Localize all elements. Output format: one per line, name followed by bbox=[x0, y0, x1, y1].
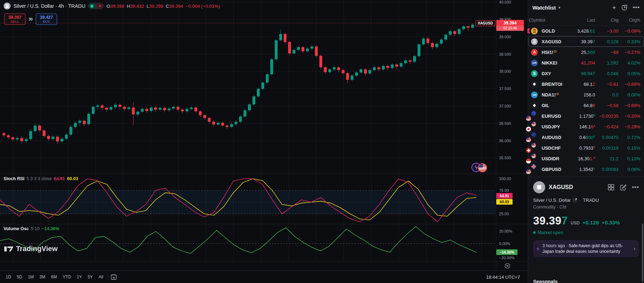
symbol-name: OIL bbox=[542, 103, 567, 108]
chg-value: 0.046 bbox=[595, 71, 618, 76]
chg-value: −0.424 bbox=[595, 124, 618, 129]
price-axis-label: 35.500 bbox=[499, 156, 511, 160]
range-YTD[interactable]: YTD bbox=[60, 273, 74, 281]
metal-icon bbox=[531, 38, 538, 45]
chgpct-value: 0.00% bbox=[618, 92, 640, 98]
performance-pie-icon[interactable] bbox=[621, 5, 627, 11]
approx-icon[interactable]: ≈ bbox=[96, 3, 104, 9]
watchlist-row-BRENTOI[interactable]: BRENTOI68.12−0.61−0.89% bbox=[528, 79, 644, 89]
session-clock[interactable]: 18:44:14 UTC+7 bbox=[486, 274, 520, 280]
buy-button[interactable]: 39.427 BUY bbox=[36, 13, 57, 25]
range-1M[interactable]: 1M bbox=[25, 273, 37, 281]
current-price-tag: 39.394 02:15:46 bbox=[496, 20, 524, 31]
range-3M[interactable]: 3M bbox=[36, 273, 48, 281]
ohlc-C: C39.394 bbox=[166, 4, 183, 9]
last-value: 156.0 bbox=[567, 92, 595, 98]
col-symbol[interactable]: Symbol bbox=[531, 18, 567, 23]
chart-section: 40.00039.50039.00038.50038.00037.50037.0… bbox=[0, 0, 528, 283]
panel-scrollbar[interactable] bbox=[642, 223, 643, 282]
ticker-price-flag: XAGUSD bbox=[475, 20, 495, 26]
chart-canvas[interactable] bbox=[0, 0, 528, 271]
seasonals-title: Seasonals bbox=[533, 279, 558, 283]
time-axis[interactable]: Jul2347891011121516171819222324 bbox=[0, 262, 496, 271]
sell-label: SELL bbox=[11, 20, 19, 23]
layout-grid-icon[interactable] bbox=[608, 184, 614, 190]
icon-cell: 100 bbox=[531, 91, 542, 98]
range-6M[interactable]: 6M bbox=[48, 273, 60, 281]
alert-toggle-pill[interactable]: ≈ bbox=[88, 3, 104, 9]
range-1D[interactable]: 1D bbox=[3, 273, 14, 281]
lightning-icon bbox=[537, 246, 539, 251]
calendar-event-markers[interactable]: ϟ bbox=[471, 163, 488, 173]
watchlist-row-NIKKEI[interactable]: 225NIKKEI41,2041,5924.02% bbox=[528, 57, 644, 68]
vol-axis-label: 0.00% bbox=[499, 242, 510, 246]
range-5Y[interactable]: 5Y bbox=[85, 273, 96, 281]
market-status: Market open bbox=[533, 230, 639, 235]
tradingview-watermark[interactable]: TradingView bbox=[4, 245, 57, 253]
status-dot-icon[interactable] bbox=[88, 3, 96, 9]
watchlist-row-HSI1![interactable]: ΛHSI1!D25,500−69−0.27% bbox=[528, 47, 644, 57]
price-scale[interactable]: 40.00039.50039.00038.50038.00037.50037.0… bbox=[496, 0, 528, 271]
chg-value: 0.128 bbox=[595, 39, 618, 44]
news-text: 3 hours ago · Safe-haven gold dips as US… bbox=[542, 243, 630, 254]
last-value: 146.164 bbox=[567, 124, 595, 129]
stoch-title: Stoch RSI bbox=[4, 176, 24, 181]
icon-cell: Λ bbox=[531, 49, 542, 56]
chevron-down-icon: ▼ bbox=[558, 6, 561, 10]
detail-full-name[interactable]: Silver / U.S. Dollar bbox=[533, 198, 571, 203]
col-last[interactable]: Last bbox=[567, 18, 595, 23]
watchlist-row-EURUSD[interactable]: EURUSD1.17309−0.00235−0.20% bbox=[528, 111, 644, 121]
chg-value: −0.00235 bbox=[595, 113, 618, 119]
watchlist-row-OIL[interactable]: OIL64.86−0.58−0.89% bbox=[528, 100, 644, 111]
watchlist-row-GBPUSD[interactable]: GBPUSD1.354210.000830.06% bbox=[528, 164, 644, 174]
watchlist-row-XAGUSD[interactable]: XAGUSD39.3970.1280.33% bbox=[528, 36, 644, 47]
detail-price: 39.397 bbox=[533, 215, 568, 227]
chg-value: 1,592 bbox=[595, 60, 618, 66]
watchlist-row-USDCHF[interactable]: USDCHF0.793350.001190.15% bbox=[528, 143, 644, 153]
watchlist-row-DXY[interactable]: $DXY96.9470.0460.05% bbox=[528, 68, 644, 79]
icon-cell: 225 bbox=[531, 60, 542, 66]
external-link-icon[interactable] bbox=[573, 198, 577, 202]
col-chgpct[interactable]: Chg% bbox=[618, 18, 640, 23]
range-1Y[interactable]: 1Y bbox=[74, 273, 85, 281]
sell-button[interactable]: 39.397 SELL bbox=[4, 13, 26, 25]
collapse-columns-icon[interactable]: ❮ bbox=[528, 18, 531, 22]
us-flag-event-icon[interactable] bbox=[478, 163, 487, 172]
symbol-name: BRENTOI bbox=[542, 82, 567, 87]
news-item[interactable]: 3 hours ago · Safe-haven gold dips as US… bbox=[533, 240, 639, 257]
watchlist-menu-icon[interactable]: ••• bbox=[633, 5, 640, 10]
watchlist-row-USDIDR[interactable]: USDIDR16,301.921.20.13% bbox=[528, 153, 644, 164]
col-chg[interactable]: Chg bbox=[595, 18, 618, 23]
volume-osc-legend[interactable]: Volume Osc 5 10 −14.36% bbox=[4, 226, 59, 231]
symbol-name: GBPUSD bbox=[542, 167, 567, 172]
icon-cell bbox=[531, 81, 542, 88]
range-5D[interactable]: 5D bbox=[14, 273, 25, 281]
go-to-date-icon[interactable] bbox=[111, 274, 117, 280]
last-value: 0.66000 bbox=[567, 135, 595, 140]
watchlist-row-AUDUSD[interactable]: AUDUSD0.660000.004700.72% bbox=[528, 132, 644, 143]
chgpct-value: 0.06% bbox=[618, 167, 640, 172]
ohlc-values: O39.398H39.432L39.298C39.394−0.004 (−0.0… bbox=[107, 4, 220, 9]
symbol-name: AUDUSD bbox=[542, 135, 567, 140]
watchlist-title-dropdown[interactable]: Watchlist ▼ bbox=[532, 5, 561, 11]
compose-note-icon[interactable] bbox=[620, 184, 626, 190]
chgpct-value: −0.89% bbox=[618, 82, 640, 87]
candlesticks bbox=[2, 22, 479, 144]
stoch-rsi-legend[interactable]: Stoch RSI 5 3 3 3 close 64.91 60.03 bbox=[4, 176, 78, 181]
watchlist-row-GOLD[interactable]: GOLD3,428.61−3.00−0.09% bbox=[528, 26, 644, 36]
chgpct-value: 0.15% bbox=[618, 145, 640, 151]
add-symbol-icon[interactable]: + bbox=[612, 4, 616, 11]
range-All[interactable]: All bbox=[96, 273, 106, 281]
axis-settings-icon[interactable] bbox=[504, 263, 510, 270]
symbol-name: USDCHF bbox=[542, 145, 567, 151]
last-value: 3,428.61 bbox=[567, 28, 595, 34]
stoch-axis-label: 25.00 bbox=[499, 212, 509, 216]
detail-menu-icon[interactable]: ••• bbox=[632, 184, 639, 190]
last-value: 0.79335 bbox=[567, 145, 595, 151]
watchlist-row-NDA1![interactable]: 100NDA1!D156.00.00.00% bbox=[528, 89, 644, 100]
price-axis-label: 40.000 bbox=[499, 0, 511, 4]
watchlist-row-USDJPY[interactable]: USDJPY146.164−0.424−0.29% bbox=[528, 121, 644, 132]
chg-value: 0.0 bbox=[595, 92, 618, 98]
ohlc-change: −0.004 (−0.01%) bbox=[186, 4, 220, 9]
symbol-title[interactable]: Silver / U.S. Dollar · 4h · TRADU bbox=[13, 3, 85, 9]
